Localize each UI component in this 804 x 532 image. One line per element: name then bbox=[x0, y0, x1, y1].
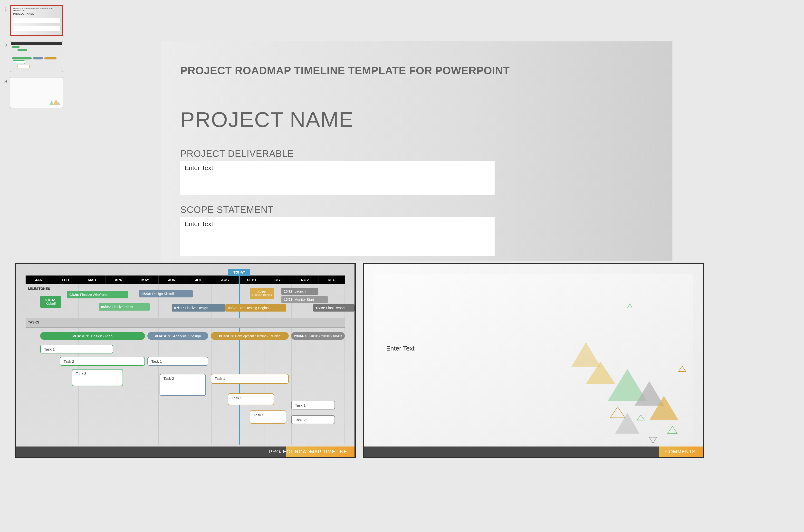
thumbnail-number: 1 bbox=[2, 5, 10, 13]
p3-task-3[interactable]: Task 3 bbox=[250, 411, 286, 424]
svg-marker-12 bbox=[678, 366, 686, 372]
phase-4[interactable]: PHASE 4:Launch / Monitor / Revise bbox=[291, 332, 345, 340]
thumbnail-number: 3 bbox=[2, 77, 10, 85]
month-header-row: JANFEBMARAPRMAYJUNJULAUGSEPTOCTNOVDEC bbox=[25, 276, 345, 284]
scope-label: SCOPE STATEMENT bbox=[180, 205, 274, 215]
milestone-design-kickoff[interactable]: 05/08:Design Kickoff bbox=[139, 290, 193, 298]
decorative-triangles bbox=[557, 298, 693, 450]
milestones-section-label: MILESTONES bbox=[28, 287, 50, 291]
p3-task-2[interactable]: Task 2 bbox=[228, 393, 274, 405]
milestone-kickoff[interactable]: 01/16:Kickoff bbox=[40, 296, 61, 308]
tasks-section-label: TASKS bbox=[28, 320, 39, 324]
milestone-monitor-start[interactable]: 10/23:Monitor Start bbox=[281, 296, 328, 303]
milestone-wireframes[interactable]: 02/20:Finalize Wireframes bbox=[67, 291, 128, 298]
scope-textbox[interactable]: Enter Text bbox=[180, 217, 494, 256]
deliverable-textbox[interactable]: Enter Text bbox=[180, 161, 494, 195]
deliverable-label: PROJECT DELIVERABLE bbox=[180, 149, 294, 159]
roadmap-slide-preview[interactable]: JANFEBMARAPRMAYJUNJULAUGSEPTOCTNOVDEC TO… bbox=[15, 263, 356, 458]
project-name-title[interactable]: PROJECT NAME bbox=[180, 107, 354, 132]
thumbnail-number: 2 bbox=[2, 41, 10, 49]
p1-task-1[interactable]: Task 1 bbox=[40, 345, 113, 354]
comments-footer: COMMENTS bbox=[364, 446, 703, 457]
svg-marker-4 bbox=[571, 342, 601, 367]
thumbnail-2[interactable]: 2 bbox=[2, 41, 90, 72]
comments-slide-preview[interactable]: Enter Text COMMENTS bbox=[363, 263, 704, 458]
phase-3[interactable]: PHASE 3:Development / Testing / Training bbox=[211, 332, 289, 340]
svg-marker-11 bbox=[668, 426, 677, 434]
p4-task-1[interactable]: Task 1 bbox=[291, 401, 335, 410]
title-underline bbox=[180, 133, 648, 133]
slide-header: PROJECT ROADMAP TIMELINE TEMPLATE FOR PO… bbox=[180, 64, 510, 77]
milestone-launch[interactable]: 10/22:Launch bbox=[281, 288, 318, 295]
roadmap-footer: PROJECT ROADMAP TIMELINE bbox=[16, 446, 355, 457]
today-line bbox=[239, 271, 240, 444]
svg-marker-10 bbox=[637, 415, 644, 420]
p1-task-3[interactable]: Task 3 bbox=[72, 369, 123, 386]
milestone-finalize-plans[interactable]: 05/05:Finalize Plans bbox=[99, 303, 150, 310]
milestone-beta-testing[interactable]: 08/28:Beta Testing Begins bbox=[225, 304, 286, 311]
p4-task-2[interactable]: Task 2 bbox=[291, 415, 335, 424]
milestone-finalize-design[interactable]: 07/11:Finalize Design bbox=[172, 304, 225, 311]
svg-marker-13 bbox=[649, 437, 657, 443]
p2-task-1[interactable]: Task 1 bbox=[147, 357, 208, 366]
svg-marker-0 bbox=[49, 101, 54, 105]
milestone-final-report[interactable]: 12/19:Final Report bbox=[313, 304, 355, 311]
p2-task-2[interactable]: Task 2 bbox=[160, 374, 206, 396]
main-slide-canvas[interactable]: PROJECT ROADMAP TIMELINE TEMPLATE FOR PO… bbox=[161, 41, 672, 261]
svg-marker-14 bbox=[615, 413, 639, 434]
phase-1[interactable]: PHASE 1:Design / Plan bbox=[40, 332, 145, 340]
p1-task-2[interactable]: Task 2 bbox=[60, 357, 145, 366]
svg-marker-9 bbox=[610, 407, 625, 418]
thumbnail-1[interactable]: 1 PROJECT ROADMAP TIMELINE TEMPLATE FOR … bbox=[2, 5, 90, 36]
p3-task-1[interactable]: Task 1 bbox=[211, 374, 289, 384]
svg-marker-3 bbox=[628, 304, 632, 308]
slide-thumbnail-panel: 1 PROJECT ROADMAP TIMELINE TEMPLATE FOR … bbox=[0, 0, 93, 244]
comments-textbox[interactable]: Enter Text bbox=[386, 345, 415, 352]
thumbnail-3[interactable]: 3 bbox=[2, 77, 90, 108]
tasks-divider bbox=[25, 318, 345, 328]
phase-2[interactable]: PHASE 2:Analysis / Design bbox=[147, 332, 208, 340]
milestone-training-begins[interactable]: 09/19:Training Begins bbox=[250, 288, 274, 299]
